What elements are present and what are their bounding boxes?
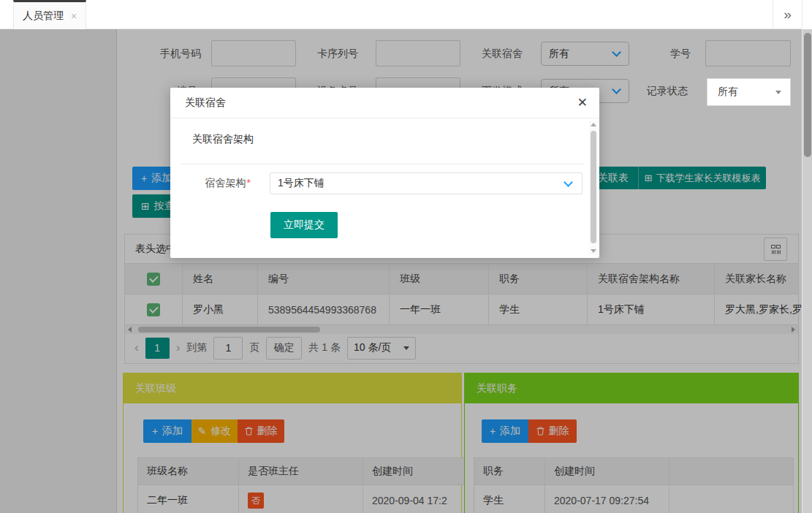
record-status-select[interactable]: 所有 [707, 78, 791, 106]
tab-person-management[interactable]: 人员管理 × [13, 0, 86, 29]
required-mark: * [247, 177, 251, 189]
chevron-down-icon [564, 178, 573, 187]
record-status-value: 所有 [718, 86, 738, 99]
dorm-structure-value: 1号床下铺 [278, 177, 325, 190]
dorm-structure-label: 宿舍架构* [192, 177, 251, 190]
associate-dorm-modal: 关联宿舍 ✕ 关联宿舍架构 宿舍架构* 1号床下铺 立即提交 [170, 88, 599, 258]
scroll-down-icon[interactable] [591, 249, 596, 253]
page-scrollbar[interactable] [802, 0, 812, 513]
modal-divider [181, 164, 585, 164]
dorm-structure-field: 宿舍架构* 1号床下铺 [192, 172, 583, 194]
tab-title: 人员管理 [23, 10, 64, 23]
close-icon[interactable]: ✕ [577, 88, 588, 118]
modal-header: 关联宿舍 ✕ [170, 88, 599, 118]
scroll-up-icon[interactable] [591, 123, 596, 126]
submit-button[interactable]: 立即提交 [270, 212, 338, 238]
double-chevron-right-icon: » [783, 7, 792, 23]
modal-scroll-thumb[interactable] [591, 131, 596, 243]
tab-bar: 人员管理 × » [0, 0, 812, 29]
app-window: 手机号码 卡序列号 关联宿舍 所有 学号 编号 设备卡号 下发模式 所有 记录状… [0, 0, 812, 513]
scrollbar-track[interactable] [802, 29, 812, 513]
dorm-structure-select[interactable]: 1号床下铺 [270, 172, 583, 194]
modal-title: 关联宿舍 [185, 88, 226, 118]
collapse-button[interactable]: » [773, 0, 802, 29]
caret-down-icon [775, 91, 781, 94]
scrollbar-thumb[interactable] [804, 33, 811, 157]
modal-section-title: 关联宿舍架构 [192, 133, 254, 146]
close-icon[interactable]: × [71, 11, 77, 21]
modal-scrollbar[interactable] [589, 121, 598, 255]
